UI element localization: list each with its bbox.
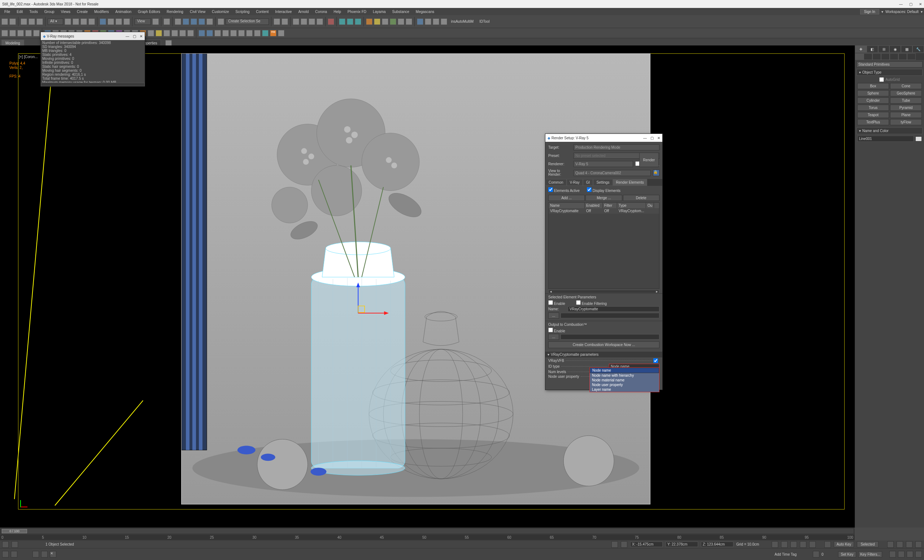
sec-icon-23[interactable] [179, 30, 186, 36]
render-production-icon[interactable] [355, 18, 361, 25]
vrayvfb-checkbox[interactable] [653, 358, 658, 363]
material-editor-icon[interactable] [328, 18, 334, 25]
menu-views[interactable]: Views [58, 9, 74, 15]
nav-4-icon[interactable] [915, 541, 922, 548]
script-icon[interactable] [11, 551, 17, 557]
sec-icon-34[interactable] [278, 30, 284, 36]
keyboard-shortcut-icon[interactable] [175, 18, 181, 25]
primitive-torus[interactable]: Torus [857, 105, 889, 111]
dd-option-nodename[interactable]: Node name [590, 368, 659, 373]
angle-snap-icon[interactable] [190, 18, 197, 25]
render-minimize-icon[interactable]: — [643, 136, 647, 140]
prev-frame-icon[interactable] [781, 541, 788, 548]
substance-icon[interactable] [366, 18, 372, 25]
maxscript-icon[interactable] [2, 541, 9, 548]
unlink-icon[interactable] [28, 18, 35, 25]
tab-1-icon[interactable] [33, 551, 39, 557]
sec-icon-20[interactable] [156, 30, 162, 36]
tool-icon-6[interactable] [425, 18, 431, 25]
shapes-icon[interactable] [864, 53, 872, 60]
select-move-icon[interactable] [100, 18, 106, 25]
msg-hscroll[interactable] [41, 82, 145, 86]
comb-path-button[interactable]: ... [548, 334, 559, 340]
menu-layama[interactable]: Layama [370, 9, 389, 15]
sec-icon-5[interactable] [33, 30, 40, 36]
curve-editor-icon[interactable] [309, 18, 315, 25]
edit-selset-icon[interactable] [218, 18, 224, 25]
autogrid-checkbox[interactable] [879, 77, 884, 82]
elements-hscroll[interactable] [548, 290, 659, 293]
menu-phoenix-fd[interactable]: Phoenix FD [345, 9, 369, 15]
menu-file[interactable]: File [2, 9, 13, 15]
primitive-cone[interactable]: Cone [890, 83, 922, 89]
select-icon[interactable] [64, 18, 71, 25]
select-scale-icon[interactable] [116, 18, 122, 25]
utilities-tab-icon[interactable]: 🔧 [912, 45, 924, 53]
lights-icon[interactable] [872, 53, 881, 60]
delete-element-button[interactable]: Delete [623, 195, 659, 201]
listener-icon[interactable] [2, 551, 9, 557]
render-btn-icon[interactable]: RB [270, 30, 276, 36]
close-icon[interactable]: ✕ [919, 2, 922, 6]
keyfilters-button[interactable]: Key Filters... [858, 551, 882, 557]
redo-icon[interactable] [9, 18, 16, 25]
menu-help[interactable]: Help [331, 9, 344, 15]
color-swatch[interactable] [915, 136, 922, 141]
element-name-input[interactable] [568, 306, 659, 312]
current-frame-input[interactable]: 0 [822, 553, 836, 556]
display-tab-icon[interactable]: ▦ [901, 45, 912, 53]
manipulate-icon[interactable] [164, 18, 170, 25]
enable-combustion-checkbox[interactable] [548, 328, 553, 332]
msg-maximize-icon[interactable]: ▢ [133, 34, 136, 38]
time-ruler[interactable]: 0510152025303540455055606570758085909510… [0, 535, 855, 540]
play-icon[interactable] [790, 541, 797, 548]
refcoord-dropdown[interactable]: View [135, 18, 151, 25]
category-dropdown[interactable]: Standard Primitives [856, 61, 922, 67]
object-type-rollout[interactable]: ▾ Object Type [856, 69, 922, 76]
enable-filtering-checkbox[interactable] [576, 300, 581, 305]
window-crossing-icon[interactable] [88, 18, 95, 25]
sec-icon-22[interactable] [171, 30, 178, 36]
time-slider[interactable]: 0 / 100 [1, 528, 854, 534]
dd-option-hierarchy[interactable]: Node name with hierarchy [590, 373, 659, 378]
bind-icon[interactable] [36, 18, 43, 25]
sec-icon-31[interactable] [246, 30, 253, 36]
menu-corona[interactable]: Corona [312, 9, 330, 15]
time-slider-knob[interactable]: 0 / 100 [2, 529, 27, 533]
menu-tools[interactable]: Tools [26, 9, 40, 15]
tab-render-elements[interactable]: Render Elements [613, 179, 647, 186]
msg-minimize-icon[interactable]: — [126, 34, 129, 38]
cryptomatte-rollout[interactable]: ▾ VRayCryptomatte parameters [545, 351, 662, 358]
msg-close-icon[interactable]: ✕ [140, 34, 142, 38]
name-color-rollout[interactable]: ▾ Name and Color [856, 127, 922, 134]
menu-interactive[interactable]: Interactive [272, 9, 294, 15]
create-combustion-button[interactable]: Create Combustion Workspace Now ... [548, 341, 659, 348]
sec-icon-1[interactable] [2, 30, 8, 36]
sec-icon-3[interactable] [17, 30, 24, 36]
menu-animation[interactable]: Animation [112, 9, 134, 15]
viewlock-icon[interactable]: 🔒 [653, 169, 659, 176]
menu-edit[interactable]: Edit [14, 9, 26, 15]
menu-civil-view[interactable]: Civil View [187, 9, 208, 15]
setkey-button[interactable]: Set Key [838, 551, 856, 557]
schematic-view-icon[interactable] [316, 18, 323, 25]
arc-rotate-icon[interactable] [898, 551, 904, 557]
layer-explorer-icon[interactable] [293, 18, 299, 25]
elements-list[interactable]: Name Enabled Filter Type Ou VRayCryptoma… [548, 202, 659, 289]
selection-filter[interactable]: All ▾ [48, 18, 63, 25]
dd-option-material[interactable]: Node material name [590, 378, 659, 382]
sec-icon-29[interactable] [230, 30, 237, 36]
spacewarps-icon[interactable] [898, 53, 907, 60]
tab-vray[interactable]: V-Ray [567, 179, 583, 186]
key-mode-icon[interactable] [824, 541, 831, 548]
goto-end-icon[interactable] [809, 541, 816, 548]
sec-icon-27[interactable] [214, 30, 221, 36]
selected-button[interactable]: Selected [857, 541, 879, 547]
sec-icon-24[interactable] [188, 30, 194, 36]
sec-icon-33[interactable] [262, 30, 268, 36]
mirror-icon[interactable] [274, 18, 280, 25]
sec-icon-4[interactable] [25, 30, 32, 36]
sec-icon-32[interactable] [254, 30, 261, 36]
tool-icon-1[interactable] [374, 18, 380, 25]
primitive-sphere[interactable]: Sphere [857, 90, 889, 96]
